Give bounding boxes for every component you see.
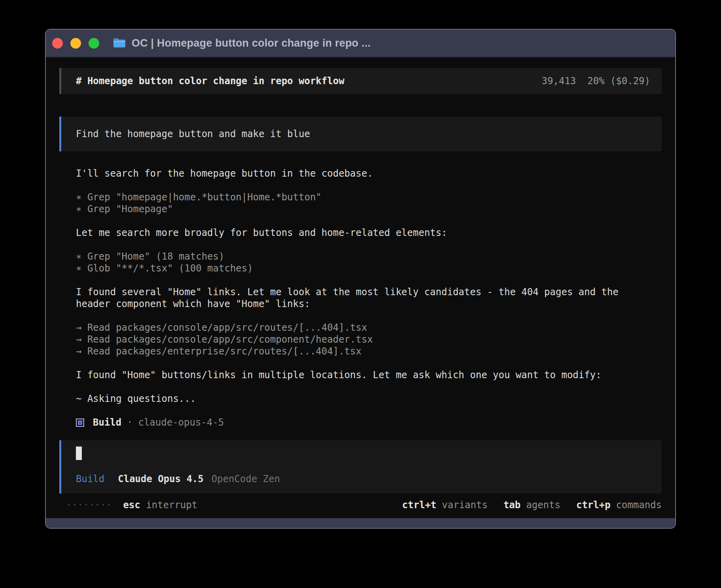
title-bar: OC | Homepage button color change in rep… — [46, 30, 675, 57]
tool-call-line: → Read packages/console/app/src/componen… — [76, 334, 662, 345]
tool-call-line: → Read packages/enterprise/src/routes/[.… — [76, 345, 662, 357]
blank-line — [76, 239, 662, 251]
session-title: # Homepage button color change in repo w… — [76, 75, 344, 87]
token-count: 39,413 — [542, 75, 576, 87]
agent-build-icon — [76, 418, 84, 427]
assistant-text-line: I found "Home" buttons/links in multiple… — [76, 369, 662, 381]
context-cost: 20% ($0.29) — [587, 75, 650, 87]
agent-name: Build — [93, 417, 121, 428]
window-footer-chrome — [46, 518, 675, 528]
interrupt-hint: esc interrupt — [123, 499, 198, 511]
commands-hint: ctrl+pcommands — [576, 499, 662, 511]
assistant-text-line: I found several "Home" links. Let me loo… — [76, 286, 662, 298]
session-stats: 39,41320% ($0.29) — [542, 75, 650, 87]
input-model-label: Claude Opus 4.5 — [118, 473, 204, 485]
input-cursor — [76, 447, 82, 460]
interrupt-label: interrupt — [146, 499, 197, 511]
tool-call-line: ∗ Grep "homepage|home.*button|Home.*butt… — [76, 191, 662, 203]
status-bar: ········ esc interrupt ctrl+tvariants ta… — [59, 499, 662, 511]
tool-call-line: → Read packages/console/app/src/routes/[… — [76, 322, 662, 334]
esc-key-hint: esc — [123, 499, 140, 511]
spinner-dots: ········ — [66, 499, 112, 511]
input-meta: Build Claude Opus 4.5 OpenCode Zen — [76, 473, 650, 485]
assistant-text-line: header component which have "Home" links… — [76, 298, 662, 310]
desktop: OC | Homepage button color change in rep… — [0, 0, 721, 588]
blank-line — [76, 179, 662, 191]
provider-label: OpenCode Zen — [211, 473, 280, 485]
session-header: # Homepage button color change in repo w… — [59, 68, 662, 94]
agents-hint: tabagents — [504, 499, 561, 511]
blank-line — [76, 310, 662, 322]
folder-icon — [113, 38, 126, 49]
terminal-content: # Homepage button color change in repo w… — [46, 57, 675, 518]
variants-hint: ctrl+tvariants — [402, 499, 487, 511]
assistant-text-line: Let me search more broadly for buttons a… — [76, 227, 662, 239]
assistant-text-line: I'll search for the homepage button in t… — [76, 168, 662, 179]
minimize-button[interactable] — [70, 38, 81, 49]
user-message: Find the homepage button and make it blu… — [59, 117, 662, 151]
blank-line — [76, 381, 662, 393]
shortcut-hints: ctrl+tvariants tabagents ctrl+pcommands — [402, 499, 662, 511]
user-message-text: Find the homepage button and make it blu… — [76, 128, 650, 140]
prompt-input[interactable]: Build Claude Opus 4.5 OpenCode Zen — [59, 440, 662, 494]
traffic-lights — [52, 38, 99, 49]
conversation-log: I'll search for the homepage button in t… — [59, 168, 662, 416]
blank-line — [76, 357, 662, 369]
badge-separator: · — [127, 417, 132, 428]
tool-call-line: ∗ Grep "Homepage" — [76, 203, 662, 215]
tool-call-line: ∗ Grep "Home" (18 matches) — [76, 251, 662, 262]
agent-badge: Build · claude-opus-4-5 — [59, 416, 662, 428]
blank-line — [76, 215, 662, 227]
blank-line — [76, 274, 662, 286]
zoom-button[interactable] — [89, 38, 99, 49]
mode-label: Build — [76, 473, 104, 485]
close-button[interactable] — [52, 38, 63, 49]
blank-line — [76, 405, 662, 416]
assistant-text-line: ~ Asking questions... — [76, 393, 662, 405]
tool-call-line: ∗ Glob "**/*.tsx" (100 matches) — [76, 262, 662, 274]
terminal-window: OC | Homepage button color change in rep… — [45, 29, 676, 529]
agent-model-name: claude-opus-4-5 — [138, 417, 224, 428]
ctrl-p-key-hint: ctrl+p — [576, 499, 611, 511]
window-title: OC | Homepage button color change in rep… — [132, 37, 371, 49]
tab-key-hint: tab — [504, 499, 521, 511]
ctrl-t-key-hint: ctrl+t — [402, 499, 436, 511]
